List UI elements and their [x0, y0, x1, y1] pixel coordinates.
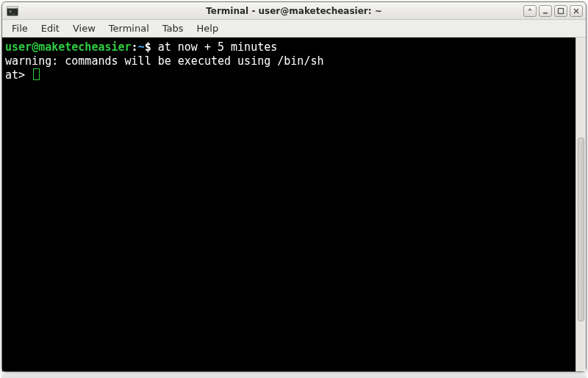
cursor-block [33, 68, 40, 80]
stick-button[interactable] [523, 5, 537, 17]
menu-tabs[interactable]: Tabs [156, 20, 190, 37]
command-text: at now + 5 minutes [151, 40, 278, 54]
window-controls [523, 5, 583, 17]
svg-rect-5 [559, 8, 564, 13]
terminal-window: >_ Terminal - user@maketecheasier: ~ Fil… [1, 1, 587, 372]
minimize-button[interactable] [539, 5, 552, 17]
menu-edit[interactable]: Edit [35, 20, 66, 37]
maximize-button[interactable] [554, 5, 567, 17]
menu-file[interactable]: File [5, 20, 35, 37]
close-button[interactable] [570, 5, 583, 17]
terminal-output[interactable]: user@maketecheasier:~$ at now + 5 minute… [2, 38, 576, 371]
output-line: warning: commands will be executed using… [5, 54, 323, 68]
menu-terminal[interactable]: Terminal [102, 20, 156, 37]
prompt-cwd: ~ [138, 40, 145, 54]
at-prompt: at> [5, 68, 32, 82]
titlebar[interactable]: >_ Terminal - user@maketecheasier: ~ [2, 2, 586, 20]
vertical-scrollbar[interactable] [576, 38, 586, 371]
scrollbar-track[interactable] [576, 38, 586, 371]
prompt-user: user [5, 40, 32, 54]
svg-text:>_: >_ [9, 9, 15, 15]
menubar: File Edit View Terminal Tabs Help [2, 20, 586, 38]
terminal-area: user@maketecheasier:~$ at now + 5 minute… [2, 38, 586, 371]
bottom-shadow [1, 374, 587, 378]
window-title: Terminal - user@maketecheasier: ~ [2, 6, 586, 16]
prompt-dollar: $ [145, 40, 151, 54]
terminal-app-icon: >_ [7, 5, 18, 17]
svg-marker-3 [528, 8, 532, 11]
prompt-at: @ [32, 40, 38, 54]
svg-rect-4 [543, 13, 548, 14]
menu-help[interactable]: Help [190, 20, 226, 37]
scrollbar-thumb[interactable] [578, 138, 584, 321]
menu-view[interactable]: View [66, 20, 102, 37]
prompt-sep: : [132, 40, 138, 54]
prompt-host: maketecheasier [38, 40, 131, 54]
